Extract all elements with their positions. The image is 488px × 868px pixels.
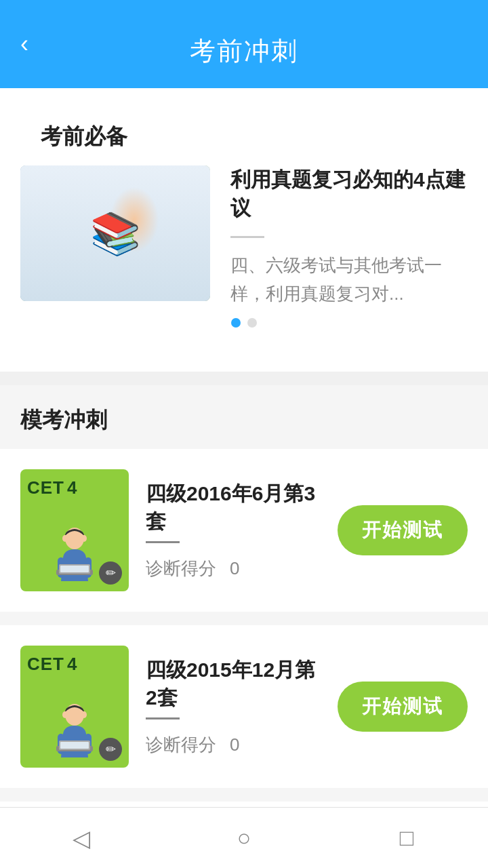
svg-point-16: [62, 711, 68, 718]
start-btn-1[interactable]: 开始测试: [338, 505, 468, 555]
prep-article-text: 利用真题复习必知的4点建议 四、六级考试与其他考试一样，利用真题复习对...: [230, 165, 468, 308]
cet-label-1: CET: [27, 477, 64, 498]
nav-home-button[interactable]: ○: [217, 818, 271, 859]
mock-score-value-2: 0: [230, 734, 239, 755]
mock-score-label-2: 诊断得分: [146, 733, 216, 757]
mock-score-value-1: 0: [230, 558, 239, 579]
mock-score-row-1: 诊断得分 0: [146, 557, 321, 580]
mock-section-title: 模考冲刺: [0, 385, 488, 449]
start-btn-2[interactable]: 开始测试: [338, 682, 468, 732]
dot-inactive: [247, 318, 257, 328]
prep-card[interactable]: 利用真题复习必知的4点建议 四、六级考试与其他考试一样，利用真题复习对...: [20, 165, 468, 308]
cet-label-2: CET: [27, 654, 64, 675]
prep-article-title: 利用真题复习必知的4点建议: [230, 165, 468, 222]
pencil-icon-1: ✏: [99, 561, 122, 585]
nav-recents-button[interactable]: □: [380, 818, 434, 859]
svg-point-8: [81, 535, 87, 542]
mock-score-label-1: 诊断得分: [146, 557, 216, 580]
mock-info-1: 四级2016年6月第3套 诊断得分 0: [146, 480, 321, 580]
page-title: 考前冲刺: [190, 34, 298, 68]
svg-point-7: [62, 535, 68, 542]
mock-score-row-2: 诊断得分 0: [146, 733, 321, 757]
nav-recents-icon: □: [400, 825, 414, 851]
cet-badge-2: CET 4: [20, 646, 129, 768]
prep-article-desc: 四、六级考试与其他考试一样，利用真题复习对...: [230, 252, 468, 308]
bottom-nav: ◁ ○ □: [0, 807, 488, 868]
prep-section-title: 考前必备: [20, 102, 468, 165]
main-content: 考前必备 利用真题复习必知的4点建议 四、六级考试与其他考试一样，利用真题复习对…: [0, 88, 488, 868]
nav-back-button[interactable]: ◁: [54, 818, 108, 859]
svg-point-1: [68, 532, 81, 548]
nav-home-icon: ○: [237, 825, 251, 851]
mock-info-2: 四级2015年12月第2套 诊断得分 0: [146, 656, 321, 757]
header: ‹ 考前冲刺: [0, 0, 488, 88]
back-button[interactable]: ‹: [20, 30, 28, 58]
dots-indicator: [20, 308, 468, 344]
svg-rect-15: [60, 742, 89, 749]
nav-back-icon: ◁: [73, 825, 90, 852]
svg-point-10: [68, 708, 81, 724]
mock-title-1: 四级2016年6月第3套: [146, 480, 321, 536]
svg-point-17: [81, 711, 87, 718]
dot-active: [231, 318, 241, 328]
mock-card-2: CET 4: [0, 625, 488, 788]
prep-divider: [230, 236, 264, 238]
cet-number-1: 4: [67, 477, 77, 498]
svg-rect-6: [60, 566, 89, 572]
mock-underline-2: [146, 717, 180, 719]
mock-title-2: 四级2015年12月第2套: [146, 656, 321, 712]
mock-card-1: CET 4: [0, 449, 488, 612]
prep-article-image: [20, 165, 210, 301]
cet-badge-1: CET 4: [20, 469, 129, 591]
pencil-icon-2: ✏: [99, 738, 122, 761]
cet-number-2: 4: [67, 654, 77, 675]
prep-section: 考前必备 利用真题复习必知的4点建议 四、六级考试与其他考试一样，利用真题复习对…: [0, 88, 488, 372]
mock-section: 模考冲刺 CET 4: [0, 385, 488, 868]
section-separator: [0, 372, 488, 385]
mock-underline-1: [146, 541, 180, 543]
